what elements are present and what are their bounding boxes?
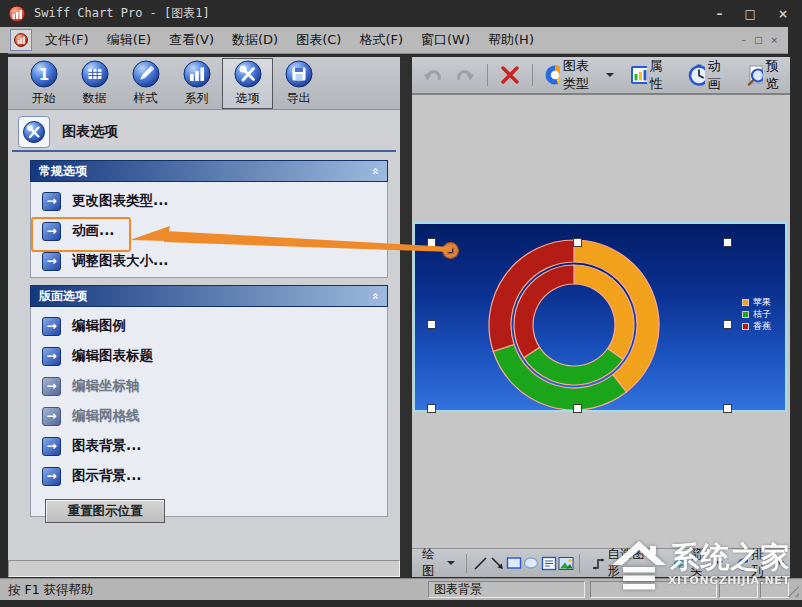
menu-file[interactable]: 文件(F) <box>36 31 98 49</box>
menu-edit[interactable]: 编辑(E) <box>98 31 160 49</box>
toolbar-button-style[interactable]: 样式 <box>120 58 171 109</box>
chart-canvas[interactable]: 苹果 桔子 香蕉 <box>412 95 790 548</box>
collapse-chevron-icon[interactable]: » <box>368 292 382 300</box>
option-edit-chart-title[interactable]: → 编辑图表标题 <box>31 341 387 371</box>
legend-swatch <box>742 323 749 330</box>
toolbar-separator <box>532 64 533 86</box>
menu-format[interactable]: 格式(F) <box>350 31 412 49</box>
menu-view[interactable]: 查看(V) <box>160 31 223 49</box>
svg-text:1: 1 <box>38 66 48 84</box>
export-save-icon <box>284 59 314 89</box>
menu-data[interactable]: 数据(D) <box>223 31 287 49</box>
main-toolbar: 1 开始 数据 样式 系列 选项 导出 <box>8 57 400 110</box>
legend-swatch <box>742 311 749 318</box>
selection-handle-bottom-center[interactable] <box>573 404 582 413</box>
toolbar-button-data[interactable]: 数据 <box>69 58 120 109</box>
selection-handle-bottom-right[interactable] <box>723 404 732 413</box>
option-animation[interactable]: → 动画... <box>31 216 387 246</box>
arrow-bullet-icon: → <box>42 317 61 336</box>
block-arrow-icon <box>673 556 687 570</box>
selection-handle-top-right[interactable] <box>723 238 732 247</box>
arrow-bullet-icon: → <box>42 407 61 426</box>
animation-clock-icon <box>688 64 705 86</box>
arrange-button[interactable]: 排列 <box>729 543 790 583</box>
close-button[interactable]: × <box>778 7 788 21</box>
toolbar-button-export[interactable]: 导出 <box>273 58 324 109</box>
line-tool-icon[interactable] <box>471 554 488 573</box>
arrow-bullet-icon: → <box>42 192 61 211</box>
selection-handle-top-left[interactable] <box>427 238 436 247</box>
option-chart-background[interactable]: → 图表背景... <box>31 431 387 461</box>
chevron-down-icon <box>447 561 455 565</box>
legend-item[interactable]: 苹果 <box>742 298 771 307</box>
maximize-button[interactable]: □ <box>745 7 756 21</box>
toolbar-button-start[interactable]: 1 开始 <box>18 58 69 109</box>
arrow-bullet-icon: → <box>42 252 61 271</box>
toolbar-button-label: 选项 <box>236 90 260 107</box>
child-close-button[interactable]: × <box>770 35 778 45</box>
menu-help[interactable]: 帮助(H) <box>479 31 543 49</box>
child-minimize-button[interactable]: – <box>741 35 746 45</box>
redo-icon <box>454 65 476 85</box>
reset-plot-position-button[interactable]: 重置图示位置 <box>45 499 165 523</box>
window-title: Swiff Chart Pro - [图表1] <box>34 5 210 22</box>
arrow-bullet-icon: → <box>42 377 61 396</box>
undo-button[interactable] <box>418 63 448 87</box>
ellipse-tool-icon[interactable] <box>523 554 540 573</box>
menu-chart[interactable]: 图表(C) <box>287 31 350 49</box>
title-bar: Swiff Chart Pro - [图表1] – □ × <box>0 0 802 27</box>
panel-splitter[interactable] <box>400 57 412 578</box>
animation-button[interactable]: 动画 <box>684 55 732 95</box>
chart-type-button[interactable]: 图表类型 <box>540 55 619 95</box>
chevron-down-icon <box>606 73 614 77</box>
preview-button[interactable]: 预览 <box>742 55 790 95</box>
arrows-button[interactable]: 箭头 <box>667 543 729 583</box>
undo-icon <box>422 65 444 85</box>
picture-tool-icon[interactable] <box>557 554 574 573</box>
draw-menu-button[interactable]: 绘图 <box>416 543 461 583</box>
chart-options-panel: 图表选项 常规选项 » → 更改图表类型... → 动画... → 调整图 <box>8 110 400 560</box>
menu-window[interactable]: 窗口(W) <box>412 31 479 49</box>
legend-item[interactable]: 桔子 <box>742 310 771 319</box>
option-edit-axes: → 编辑坐标轴 <box>31 371 387 401</box>
rectangle-tool-icon[interactable] <box>506 554 523 573</box>
toolbar-separator <box>466 554 467 573</box>
child-restore-button[interactable]: □ <box>754 35 763 45</box>
chart-object[interactable]: 苹果 桔子 香蕉 <box>413 222 787 412</box>
arrow-tool-icon[interactable] <box>489 554 506 573</box>
options-tools-icon <box>233 59 263 89</box>
minimize-button[interactable]: – <box>717 7 723 21</box>
arrow-bullet-icon: → <box>42 437 61 456</box>
selection-handle-mid-right[interactable] <box>723 320 732 329</box>
text-box-tool-icon[interactable] <box>540 554 557 573</box>
toolbar-button-options[interactable]: 选项 <box>222 58 273 109</box>
delete-button[interactable] <box>495 63 525 87</box>
option-resize-chart[interactable]: → 调整图表大小... <box>31 246 387 276</box>
chevron-down-icon <box>715 561 723 565</box>
toolbar-button-label: 导出 <box>287 90 311 107</box>
properties-button[interactable]: 属性 <box>626 55 673 95</box>
option-plot-background[interactable]: → 图示背景... <box>31 461 387 491</box>
delete-x-icon <box>499 65 521 85</box>
option-change-chart-type[interactable]: → 更改图表类型... <box>31 186 387 216</box>
section-header-general[interactable]: 常规选项 » <box>30 160 388 182</box>
toolbar-button-label: 样式 <box>134 90 158 107</box>
legend-item[interactable]: 香蕉 <box>742 322 771 331</box>
toolbar-button-series[interactable]: 系列 <box>171 58 222 109</box>
window-frame-left <box>0 53 8 578</box>
status-cell <box>719 581 758 598</box>
selection-handle-bottom-left[interactable] <box>427 404 436 413</box>
status-help-text: 按 F1 获得帮助 <box>8 582 94 599</box>
selection-handle-top-center[interactable] <box>573 238 582 247</box>
collapse-chevron-icon[interactable]: » <box>368 167 382 175</box>
status-cell-selection: 图表背景 <box>428 581 585 598</box>
autoshapes-button[interactable]: 自选图形 <box>585 543 667 583</box>
preview-label: 预览 <box>766 57 786 93</box>
redo-button[interactable] <box>450 63 480 87</box>
section-header-layout[interactable]: 版面选项 » <box>30 285 388 307</box>
window-frame-bottom <box>0 600 802 607</box>
donut-chart[interactable] <box>415 224 785 410</box>
selection-handle-mid-left[interactable] <box>427 320 436 329</box>
chart-legend[interactable]: 苹果 桔子 香蕉 <box>742 298 771 331</box>
option-edit-legend[interactable]: → 编辑图例 <box>31 311 387 341</box>
